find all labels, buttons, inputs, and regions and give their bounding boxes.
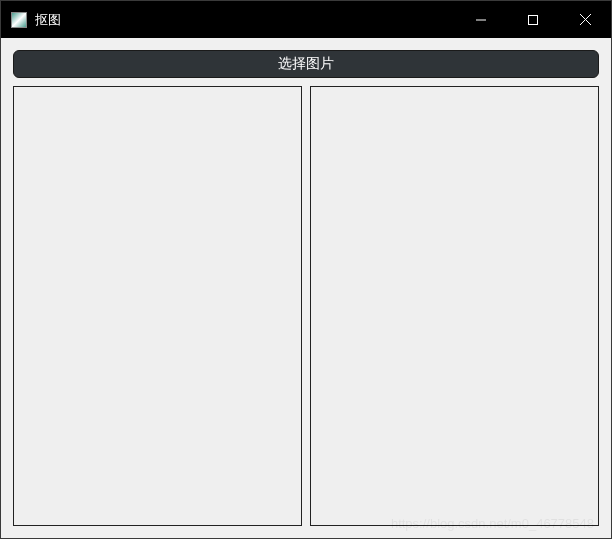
source-image-panel (13, 86, 302, 526)
maximize-button[interactable] (507, 1, 559, 38)
app-window: 抠图 选择图片 (0, 0, 612, 539)
window-title: 抠图 (35, 11, 455, 29)
select-image-button[interactable]: 选择图片 (13, 50, 599, 78)
close-button[interactable] (559, 1, 611, 38)
minimize-icon (476, 15, 486, 25)
app-icon (11, 12, 27, 28)
close-icon (580, 14, 591, 25)
content-area: 选择图片 (1, 38, 611, 538)
titlebar: 抠图 (1, 1, 611, 38)
window-controls (455, 1, 611, 38)
image-panels (13, 86, 599, 526)
result-image-panel (310, 86, 599, 526)
svg-rect-1 (529, 15, 538, 24)
maximize-icon (528, 15, 538, 25)
minimize-button[interactable] (455, 1, 507, 38)
